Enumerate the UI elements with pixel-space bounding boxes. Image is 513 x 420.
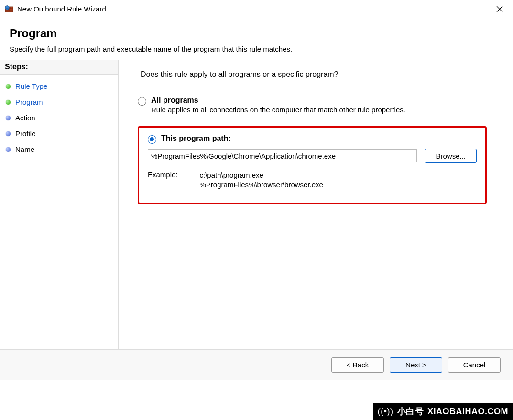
firewall-icon <box>5 5 13 13</box>
program-path-input[interactable] <box>148 149 417 162</box>
bullet-icon <box>6 131 11 136</box>
next-button[interactable]: Next > <box>390 357 442 373</box>
example-label: Example: <box>148 171 178 190</box>
step-program[interactable]: Program <box>0 94 118 110</box>
step-name[interactable]: Name <box>0 141 118 157</box>
step-rule-type[interactable]: Rule Type <box>0 78 118 94</box>
option-this-path[interactable]: This program path: <box>148 134 477 144</box>
wizard-footer: < Back Next > Cancel <box>0 349 513 380</box>
radio-all-programs[interactable] <box>138 97 146 106</box>
step-label: Program <box>15 98 43 106</box>
titlebar: New Outbound Rule Wizard <box>0 0 513 18</box>
browse-button[interactable]: Browse... <box>425 149 477 163</box>
cancel-button[interactable]: Cancel <box>448 357 501 373</box>
close-button[interactable] <box>490 2 509 16</box>
bullet-icon <box>6 116 11 120</box>
step-action[interactable]: Action <box>0 110 118 126</box>
window-title: New Outbound Rule Wizard <box>17 5 490 13</box>
steps-heading: Steps: <box>0 60 118 75</box>
all-programs-desc: Rule applies to all connections on the c… <box>151 106 500 114</box>
watermark-footer: ((•)) 小白号 XIAOBAIHAO.COM <box>373 403 513 420</box>
option-all-programs[interactable]: All programs Rule applies to all connect… <box>138 96 500 114</box>
content-pane: Does this rule apply to all programs or … <box>119 60 513 380</box>
example-value-2: %ProgramFiles%\browser\browser.exe <box>200 180 323 190</box>
all-programs-label: All programs <box>151 96 500 105</box>
page-title: Program <box>10 27 503 40</box>
bullet-icon <box>6 147 11 152</box>
step-label: Rule Type <box>15 82 47 90</box>
page-subtitle: Specify the full program path and execut… <box>10 45 503 53</box>
bullet-icon <box>6 100 11 105</box>
back-button[interactable]: < Back <box>331 357 384 373</box>
radio-this-path[interactable] <box>148 135 156 144</box>
step-label: Profile <box>15 129 36 138</box>
page-header: Program Specify the full program path an… <box>0 18 513 60</box>
steps-sidebar: Steps: Rule Type Program Action Profile <box>0 60 119 380</box>
example-value-1: c:\path\program.exe <box>200 171 323 180</box>
highlight-box: This program path: Browse... Example: c:… <box>138 126 487 204</box>
watermark-cn: 小白号 <box>397 406 424 417</box>
bullet-icon <box>6 84 11 89</box>
close-icon <box>496 6 503 12</box>
watermark-en: XIAOBAIHAO.COM <box>427 407 508 417</box>
step-label: Name <box>15 145 34 153</box>
step-label: Action <box>15 114 35 122</box>
this-path-label: This program path: <box>161 134 477 143</box>
question-text: Does this rule apply to all programs or … <box>141 70 500 79</box>
broadcast-icon: ((•)) <box>378 407 393 417</box>
step-profile[interactable]: Profile <box>0 126 118 141</box>
